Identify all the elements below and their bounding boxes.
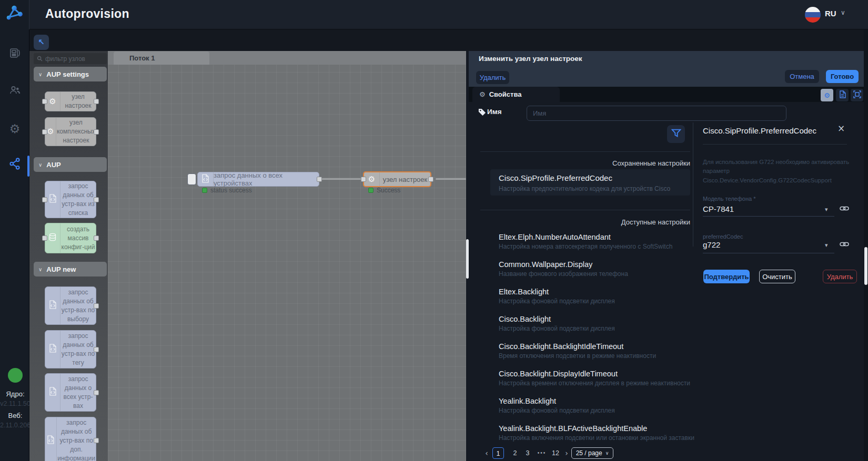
link-icon[interactable] [840, 205, 849, 213]
gear-icon: ⚙ [824, 91, 830, 99]
codec-select[interactable]: g722 [703, 240, 720, 249]
setting-name[interactable]: Cisco.Backlight.BacklightIdleTimeout [499, 342, 623, 351]
node-port-right [94, 235, 99, 241]
wire[interactable] [436, 178, 466, 180]
setting-name[interactable]: Eltex.Elph.NumberAutoAttendant [499, 233, 611, 241]
flow-node-settings-selected[interactable]: ⚙ узел настроек [363, 171, 431, 187]
palette-filter[interactable] [34, 53, 107, 64]
setting-name[interactable]: Cisco.Backlight [499, 315, 551, 323]
chevron-down-icon[interactable]: ∨ [841, 9, 845, 16]
palette-node[interactable]: запрос данных об устр-вах из списка [45, 181, 96, 218]
flow-canvas[interactable] [108, 51, 466, 461]
node-port-right [94, 197, 99, 202]
name-input[interactable] [527, 106, 786, 121]
file-code-icon [47, 435, 55, 446]
flow-tab[interactable]: Поток 1 [114, 52, 209, 65]
palette-node[interactable]: запрос данных о всех устр-вах [45, 373, 96, 412]
available-settings-header: Доступные настройки [480, 218, 690, 226]
dropdown-caret-icon[interactable]: ▾ [825, 206, 828, 213]
setting-description: Настройка фоновой подсветки дисплея [499, 407, 615, 414]
share-nodes-icon [8, 157, 22, 172]
palette-node[interactable]: ⚙ узел комплексных настроек [45, 117, 96, 146]
app-logo[interactable] [0, 0, 29, 29]
setting-name[interactable]: Cisco.SipProfile.PreferredCodec [499, 173, 612, 182]
delete-setting-button[interactable]: Удалить [823, 270, 857, 283]
pagination-page-1[interactable]: 1 [492, 447, 504, 459]
setting-name[interactable]: Cisco.Backlight.DisplayIdleTimeout [499, 370, 618, 378]
flow-node-request-all-devices[interactable]: запрос данных о всех устройствах [197, 172, 319, 187]
dropdown-caret-icon[interactable]: ▾ [825, 242, 828, 249]
setting-name[interactable]: Common.Wallpaper.Display [499, 260, 592, 269]
palette-group-aup[interactable]: ∨ AUP [34, 157, 107, 172]
funnel-icon [671, 129, 681, 139]
node-port-right[interactable] [317, 177, 322, 182]
name-field-label: Имя [487, 108, 502, 116]
palette-node[interactable]: запрос данных об устр-вах по доп. информ… [45, 417, 96, 461]
status-dot [8, 368, 23, 383]
web-label: Веб: [0, 412, 31, 419]
setting-detail-description: Для использования G722 необходимо активи… [703, 158, 851, 185]
node-port-left [42, 235, 47, 241]
sidebar-item-devices[interactable] [0, 46, 29, 62]
file-code-icon [201, 174, 209, 185]
done-button[interactable]: Готово [826, 70, 859, 83]
sidebar-item-settings[interactable]: ⚙ [0, 121, 29, 137]
sidebar-item-flows[interactable] [0, 157, 29, 172]
chevron-down-icon: ∨ [38, 162, 42, 168]
palette-group-aup-new[interactable]: ∨ AUP new [34, 262, 107, 276]
pagination-next[interactable]: › [563, 447, 570, 459]
app-root: Autoprovision RU ∨ ⚙ [0, 0, 868, 461]
properties-view-button[interactable]: ⚙ [821, 89, 833, 101]
palette-node[interactable]: запрос данных об устр-вах по тегу [45, 330, 96, 368]
pagination-page-3[interactable]: 3 [522, 447, 533, 459]
setting-name[interactable]: Yealink.Backlight [499, 397, 556, 405]
top-bar [0, 0, 868, 29]
palette-node[interactable]: создать массив конфиг-ций [45, 223, 96, 253]
select-tool-button[interactable]: ↖ [34, 35, 49, 50]
core-label: Ядро: [0, 390, 31, 398]
confirm-button[interactable]: Подтвердить [703, 270, 750, 283]
clear-button[interactable]: Очистить [759, 270, 795, 283]
palette-group-aup-settings[interactable]: ∨ AUP settings [34, 67, 107, 81]
pagination-ellipsis[interactable]: ••• [534, 447, 549, 459]
pagination-page-12[interactable]: 12 [549, 447, 562, 459]
panel-resize-handle[interactable] [466, 239, 469, 279]
palette-filter-input[interactable] [45, 55, 104, 63]
saved-settings-header: Сохраненные настройки [480, 159, 690, 167]
setting-name[interactable]: Eltex.Backlight [499, 288, 549, 296]
palette-node[interactable]: запрос данных об устр-вах по выбору [45, 286, 96, 325]
node-port-left [42, 197, 47, 202]
sidebar-item-users[interactable] [0, 83, 29, 99]
database-icon [48, 233, 57, 243]
filter-settings-button[interactable] [667, 125, 685, 143]
gear-icon: ⚙ [47, 128, 54, 136]
node-status: Success [377, 187, 400, 194]
wire[interactable] [321, 178, 361, 180]
appearance-view-button[interactable] [851, 89, 863, 101]
field-underline [703, 216, 834, 217]
node-trigger-button[interactable] [187, 173, 196, 185]
palette-node[interactable]: ⚙ узел настроек [45, 91, 96, 111]
model-select[interactable]: CP-7841 [703, 204, 734, 213]
tab-properties[interactable]: ⚙ Свойства [472, 87, 560, 102]
description-view-button[interactable] [836, 89, 849, 101]
close-icon[interactable]: × [837, 124, 845, 133]
link-icon[interactable] [840, 241, 849, 249]
delete-node-button[interactable]: Удалить [476, 71, 509, 84]
gear-icon: ⚙ [49, 98, 56, 106]
page-title: Autoprovision [45, 7, 129, 21]
scrollbar-track[interactable] [864, 29, 868, 461]
scrollbar-thumb[interactable] [864, 247, 867, 285]
page-size-select[interactable]: 25 / page ∨ [571, 447, 613, 459]
russian-flag-icon [805, 7, 821, 23]
pagination-page-2[interactable]: 2 [509, 447, 521, 459]
node-port-left[interactable] [361, 177, 366, 182]
pagination-prev[interactable]: ‹ [483, 447, 490, 459]
codec-field-label: preferredCodec [703, 233, 743, 240]
cancel-button[interactable]: Отмена [785, 70, 819, 83]
language-selector[interactable]: RU [825, 9, 836, 18]
node-port-right [94, 303, 99, 309]
file-code-icon [49, 300, 57, 311]
node-port-right[interactable] [428, 177, 433, 182]
setting-name[interactable]: Yealink.Backlight.BLFActiveBacklightEnab… [499, 424, 647, 433]
